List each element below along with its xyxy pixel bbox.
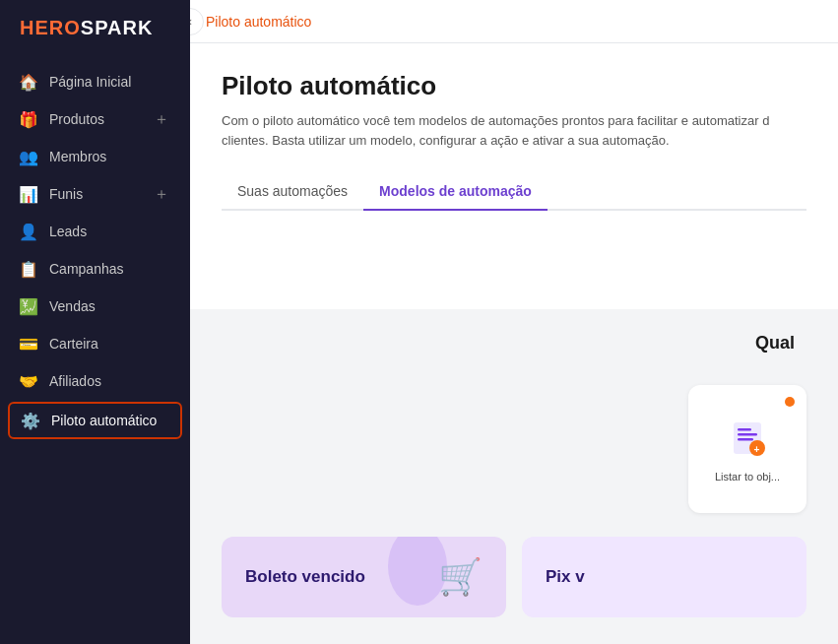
card-label: Listar to obj... (715, 470, 780, 483)
content-area: Piloto automático Com o piloto automátic… (190, 43, 838, 309)
logo-text: HEROSPARK (20, 17, 153, 39)
sidebar-item-vendas[interactable]: 💹 Vendas (0, 288, 190, 325)
svg-rect-1 (738, 428, 751, 431)
sidebar-item-pagina-inicial[interactable]: 🏠 Página Inicial (0, 63, 190, 100)
bottom-card-label: Pix v (546, 567, 585, 587)
piloto-icon: ⚙️ (22, 412, 39, 429)
sidebar-item-label: Campanhas (49, 261, 170, 277)
campanhas-icon: 📋 (20, 260, 37, 278)
bottom-card-pix[interactable]: Pix v (522, 537, 806, 617)
page-title: Piloto automático (222, 71, 806, 101)
tab-modelos-automacao[interactable]: Modelos de automação (363, 173, 548, 211)
add-icon[interactable]: ＋ (153, 185, 170, 203)
logo: HEROSPARK (0, 0, 190, 55)
tabs: Suas automações Modelos de automação (222, 173, 806, 211)
sidebar-item-afiliados[interactable]: 🤝 Afiliados (0, 362, 190, 400)
tab-suas-automacoes[interactable]: Suas automações (222, 173, 363, 211)
topbar: ‹ Piloto automático (190, 0, 838, 43)
sidebar-item-label: Funis (49, 186, 141, 202)
leads-icon: 👤 (20, 223, 37, 240)
sidebar-item-leads[interactable]: 👤 Leads (0, 213, 190, 250)
bottom-cards-row: Boleto vencido 🛒 Pix v (222, 537, 806, 617)
sidebar-item-label: Afiliados (49, 373, 170, 389)
funis-icon: 📊 (20, 185, 37, 203)
sidebar: HEROSPARK 🏠 Página Inicial 🎁 Produtos ＋ … (0, 0, 190, 644)
gray-section: Qual + Listar to obj... (190, 309, 838, 644)
sidebar-item-produtos[interactable]: 🎁 Produtos ＋ (0, 100, 190, 138)
svg-text:+: + (754, 443, 760, 454)
card-icon: + (724, 415, 771, 462)
svg-rect-2 (738, 433, 757, 436)
sidebar-item-carteira[interactable]: 💳 Carteira (0, 325, 190, 362)
sidebar-item-label: Produtos (49, 111, 141, 127)
sidebar-item-funis[interactable]: 📊 Funis ＋ (0, 175, 190, 213)
cart-icon: 🛒 (438, 556, 483, 598)
page-description: Com o piloto automático você tem modelos… (222, 111, 806, 150)
sidebar-item-label: Leads (49, 224, 170, 239)
main-content: ‹ Piloto automático Piloto automático Co… (190, 0, 838, 644)
collapse-sidebar-button[interactable]: ‹ (190, 8, 204, 35)
topbar-title: Piloto automático (206, 14, 311, 30)
bottom-card-label: Boleto vencido (245, 567, 365, 587)
sidebar-item-label: Membros (49, 149, 170, 164)
sidebar-item-label: Vendas (49, 298, 170, 314)
bottom-card-boleto-vencido[interactable]: Boleto vencido 🛒 (222, 537, 506, 617)
vendas-icon: 💹 (20, 297, 37, 315)
add-icon[interactable]: ＋ (153, 110, 170, 128)
sidebar-item-label: Página Inicial (49, 74, 170, 90)
sidebar-item-piloto-automatico[interactable]: ⚙️ Piloto automático (8, 402, 182, 439)
sidebar-item-campanhas[interactable]: 📋 Campanhas (0, 250, 190, 288)
carteira-icon: 💳 (20, 335, 37, 353)
automation-cards-row: + Listar to obj... (222, 385, 806, 513)
svg-rect-3 (738, 438, 753, 441)
qual-header: Qual (755, 333, 803, 354)
produtos-icon: 🎁 (20, 110, 37, 128)
notification-dot (785, 397, 795, 407)
automation-card-listar[interactable]: + Listar to obj... (688, 385, 806, 513)
sidebar-item-label: Carteira (49, 336, 170, 352)
afiliados-icon: 🤝 (20, 372, 37, 390)
sidebar-item-membros[interactable]: 👥 Membros (0, 138, 190, 175)
sidebar-nav: 🏠 Página Inicial 🎁 Produtos ＋ 👥 Membros … (0, 55, 190, 644)
membros-icon: 👥 (20, 148, 37, 165)
home-icon: 🏠 (20, 73, 37, 91)
sidebar-item-label: Piloto automático (51, 413, 168, 428)
